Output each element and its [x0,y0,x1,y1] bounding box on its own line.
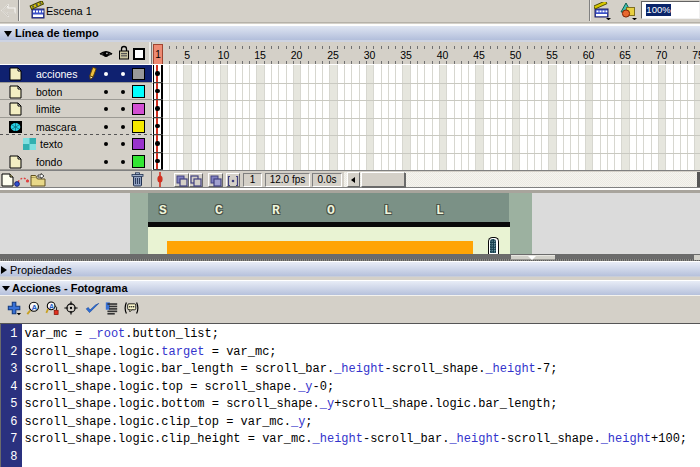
svg-text:A: A [31,302,37,311]
svg-text:A: A [49,302,54,309]
